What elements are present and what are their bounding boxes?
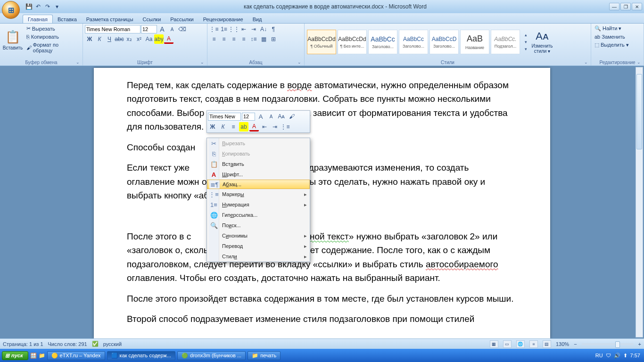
superscript-button[interactable]: x²: [134, 34, 144, 44]
mini-styles-icon[interactable]: Aᴀ: [277, 112, 286, 121]
cut-button[interactable]: ✂Вырезать: [25, 25, 81, 33]
justify-icon[interactable]: ≡: [239, 34, 248, 44]
shading-icon[interactable]: ▦: [259, 34, 268, 44]
subscript-button[interactable]: x₂: [124, 34, 134, 44]
clear-format-icon[interactable]: ⌫: [177, 25, 187, 34]
align-left-icon[interactable]: ≡: [209, 34, 219, 44]
tab-view[interactable]: Вид: [248, 15, 267, 23]
scrollbar-thumb[interactable]: [636, 74, 642, 149]
shrink-font-icon[interactable]: A: [167, 25, 177, 34]
change-case-button[interactable]: Aa: [144, 34, 154, 44]
style-heading2[interactable]: AaBbCcЗаголово...: [399, 30, 428, 54]
cm-numbering[interactable]: 1≡Нумерация▸: [207, 199, 310, 210]
underline-button[interactable]: Ч: [105, 34, 114, 44]
line-spacing-icon[interactable]: ↕≡: [249, 34, 258, 44]
mini-color[interactable]: A: [249, 122, 259, 132]
cm-hyperlink[interactable]: 🌐Гиперссылка...: [207, 210, 310, 220]
paste-button[interactable]: 📋Вставить: [2, 25, 24, 56]
cm-copy[interactable]: ⎘Копировать: [207, 148, 310, 159]
document-page[interactable]: Перед тем, как сделать содержание в ворд…: [94, 68, 550, 338]
style-heading1[interactable]: AaBbCcЗаголово...: [368, 30, 397, 54]
view-print-layout[interactable]: ▦: [490, 340, 498, 348]
quick-launch[interactable]: 🪟: [30, 353, 37, 359]
mini-bold[interactable]: Ж: [208, 122, 217, 132]
italic-button[interactable]: К: [95, 34, 104, 44]
numbering-icon[interactable]: 1≡: [219, 25, 229, 34]
restore-button[interactable]: ❐: [620, 3, 631, 10]
highlight-button[interactable]: aby: [154, 34, 164, 44]
mini-bullets[interactable]: ⋮≡: [281, 122, 290, 132]
font-name-combo[interactable]: Times New Roman: [85, 25, 140, 33]
format-painter-button[interactable]: 🖌Формат по образцу: [25, 41, 81, 54]
style-title[interactable]: AaBНазвание: [460, 30, 489, 54]
status-words[interactable]: Число слов: 291: [48, 341, 87, 347]
cm-bullets[interactable]: ⋮≡Маркеры▸: [207, 189, 310, 199]
cm-paste[interactable]: 📋Вставить: [207, 159, 310, 169]
mini-font-combo[interactable]: Times New: [208, 113, 241, 121]
qat-redo-icon[interactable]: ↷: [43, 2, 52, 11]
tray-icon-3[interactable]: ⬆: [623, 353, 627, 359]
show-marks-icon[interactable]: ¶: [269, 25, 278, 34]
cm-font[interactable]: AШрифт...: [207, 169, 310, 180]
mini-shrink-icon[interactable]: A: [266, 112, 276, 121]
view-full-screen[interactable]: ▭: [503, 340, 512, 348]
cm-paragraph[interactable]: ≣¶Абзац...: [207, 180, 310, 189]
view-web[interactable]: 🌐: [516, 340, 525, 348]
select-button[interactable]: ⬚Выделить ▾: [593, 41, 642, 49]
qat-more-icon[interactable]: ▾: [53, 2, 61, 11]
style-normal[interactable]: AaBbCcDd¶ Обычный: [307, 30, 336, 54]
replace-button[interactable]: abЗаменить: [593, 33, 642, 41]
grow-font-icon[interactable]: A: [157, 25, 167, 34]
tray-lang[interactable]: RU: [595, 353, 603, 358]
bold-button[interactable]: Ж: [85, 34, 94, 44]
quick-launch-2[interactable]: 📁: [39, 353, 45, 359]
tray-icon-2[interactable]: 🔊: [614, 353, 620, 359]
start-button[interactable]: ⊞пуск: [2, 351, 28, 360]
cm-lookup[interactable]: 🔍Поиск...: [207, 220, 310, 230]
mini-indent-inc[interactable]: ⇥: [270, 122, 280, 132]
align-center-icon[interactable]: ≡: [219, 34, 229, 44]
task-item-4[interactable]: 📁печать: [248, 351, 281, 360]
mini-size-combo[interactable]: 12: [242, 113, 255, 121]
zoom-out-button[interactable]: −: [574, 341, 577, 347]
multilevel-icon[interactable]: ⋮⋮: [229, 25, 239, 34]
view-draft[interactable]: ▤: [543, 340, 551, 348]
style-heading3[interactable]: AaBbCcDЗаголово...: [429, 30, 459, 54]
status-language[interactable]: русский: [103, 341, 122, 347]
mini-indent-dec[interactable]: ⇤: [260, 122, 269, 132]
mini-center[interactable]: ≡: [229, 122, 238, 132]
task-item-1[interactable]: 🟡eTXT.ru – Yandex: [47, 351, 105, 360]
task-item-2[interactable]: 🟦как сделать содерж...: [107, 351, 176, 360]
borders-icon[interactable]: ⊞: [269, 34, 278, 44]
cm-cut[interactable]: ✂Вырезать: [207, 138, 310, 148]
tab-references[interactable]: Ссылки: [138, 15, 166, 23]
indent-dec-icon[interactable]: ⇤: [239, 25, 248, 34]
align-right-icon[interactable]: ≡: [229, 34, 239, 44]
vertical-scrollbar[interactable]: [636, 67, 643, 337]
mini-painter-icon[interactable]: 🖌: [287, 112, 297, 121]
qat-save-icon[interactable]: 💾: [25, 2, 33, 11]
copy-button[interactable]: ⎘Копировать: [25, 33, 81, 41]
tray-clock[interactable]: 7:57: [630, 353, 640, 358]
task-item-3[interactable]: 🟢dronx3m (Бунчиков ...: [177, 351, 246, 360]
change-styles-button[interactable]: AᴀИзменить стили ▾: [528, 26, 556, 58]
strike-button[interactable]: abc: [115, 34, 124, 44]
minimize-button[interactable]: —: [609, 3, 619, 10]
style-no-spacing[interactable]: AaBbCcDd¶ Без инте...: [338, 30, 367, 54]
tab-page-layout[interactable]: Разметка страницы: [82, 15, 138, 23]
view-outline[interactable]: ≡: [529, 340, 538, 348]
cm-synonyms[interactable]: Синонимы▸: [207, 230, 310, 241]
qat-undo-icon[interactable]: ↶: [34, 2, 42, 11]
find-button[interactable]: 🔍Найти ▾: [593, 25, 642, 33]
sort-icon[interactable]: A↓: [259, 25, 268, 34]
font-size-combo[interactable]: 12: [141, 25, 157, 33]
tab-review[interactable]: Рецензирование: [198, 15, 248, 23]
status-proofing-icon[interactable]: ✅: [92, 341, 99, 347]
zoom-slider[interactable]: [582, 343, 634, 345]
style-subtitle[interactable]: AaBbCc.Подзагол...: [491, 30, 520, 54]
tab-insert[interactable]: Вставка: [53, 15, 82, 23]
mini-grow-icon[interactable]: A: [256, 112, 265, 121]
tab-home[interactable]: Главная: [23, 15, 53, 23]
zoom-level[interactable]: 130%: [556, 341, 569, 347]
office-button[interactable]: ⊞: [2, 1, 20, 19]
